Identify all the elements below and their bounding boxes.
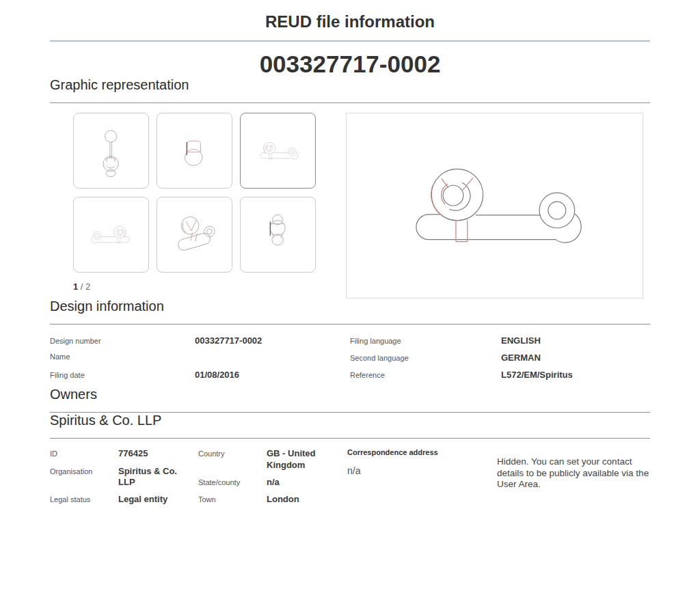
design-back-view-icon: [245, 202, 310, 267]
field-row-state-county: State/county n/a: [198, 477, 347, 488]
design-side-view-icon: [245, 118, 310, 183]
field-row-legal-status: Legal status Legal entity: [50, 494, 198, 505]
field-row-town: Town London: [198, 494, 347, 505]
thumbnail-pagination: 1 / 2: [73, 281, 316, 292]
field-label: Filing language: [350, 337, 501, 345]
owner-details-panel: ID 776425 Organisation Spiritus & Co. LL…: [50, 448, 650, 511]
accent-divider: [50, 40, 650, 42]
design-number-heading: 003327717-0002: [50, 51, 650, 78]
field-row-organisation: Organisation Spiritus & Co. LLP: [50, 466, 198, 488]
section-heading-design-information: Design information: [50, 299, 650, 314]
field-label: Name: [50, 353, 195, 361]
section-divider: [50, 324, 650, 325]
field-value: 003327717-0002: [195, 335, 262, 346]
thumbnail-view-5[interactable]: [157, 197, 232, 273]
field-value: London: [267, 494, 343, 505]
field-value: 776425: [118, 448, 195, 459]
thumbnail-view-4[interactable]: [73, 197, 149, 273]
page-title: REUD file information: [50, 12, 650, 32]
design-info-left-column: Design number 003327717-0002 Name Filing…: [50, 335, 350, 387]
field-label: Legal status: [50, 495, 118, 504]
design-information-fields: Design number 003327717-0002 Name Filing…: [50, 335, 650, 387]
field-value: L572/EM/Spiritus: [501, 370, 573, 380]
pagination-total-pages: / 2: [81, 281, 90, 292]
design-preview-panel: [346, 113, 643, 299]
thumbnail-view-1[interactable]: [73, 113, 149, 189]
owner-column-correspondence: Correspondence address n/a: [347, 448, 497, 511]
section-heading-owners: Owners: [50, 387, 650, 402]
field-value: GERMAN: [501, 353, 541, 363]
field-row-design-number: Design number 003327717-0002: [50, 335, 350, 353]
design-top-view-icon: [162, 118, 227, 183]
field-label: Town: [198, 495, 267, 504]
field-row-second-language: Second language GERMAN: [350, 353, 650, 370]
correspondence-address-label: Correspondence address: [347, 448, 483, 456]
field-row-country: Country GB - United Kingdom: [198, 448, 347, 471]
thumbnail-view-2[interactable]: [157, 113, 232, 189]
owner-column-identity: ID 776425 Organisation Spiritus & Co. LL…: [50, 448, 198, 511]
correspondence-address-value: n/a: [347, 465, 483, 476]
owner-name-heading: Spiritus & Co. LLP: [50, 413, 650, 428]
owner-column-location: Country GB - United Kingdom State/county…: [198, 448, 347, 511]
field-row-id: ID 776425: [50, 448, 198, 459]
field-label: Filing date: [50, 371, 195, 379]
field-row-filing-date: Filing date 01/08/2016: [50, 370, 350, 387]
graphic-representation-panel: 1 / 2: [50, 113, 650, 299]
field-value: GB - United Kingdom: [267, 448, 343, 471]
thumbnail-view-3-selected[interactable]: [240, 113, 316, 189]
field-value: Legal entity: [118, 494, 195, 505]
section-divider: [50, 438, 650, 439]
section-heading-graphic-representation: Graphic representation: [50, 77, 650, 93]
field-row-name: Name: [50, 353, 350, 370]
design-front-view-icon: [79, 118, 144, 183]
field-row-reference: Reference L572/EM/Spiritus: [350, 370, 650, 387]
field-value: n/a: [267, 477, 343, 488]
field-value: Spiritus & Co. LLP: [118, 466, 195, 488]
field-label: State/county: [198, 478, 267, 486]
design-side-view-mirrored-icon: [79, 202, 144, 267]
reud-file-page: REUD file information 003327717-0002 Gra…: [0, 0, 700, 511]
field-label: Reference: [350, 371, 501, 379]
field-row-filing-language: Filing language ENGLISH: [350, 335, 650, 353]
design-perspective-view-icon: [162, 202, 227, 267]
pagination-current-page: 1: [73, 281, 78, 292]
field-value: 01/08/2016: [195, 370, 239, 380]
field-label: Organisation: [50, 467, 118, 475]
design-info-right-column: Filing language ENGLISH Second language …: [350, 335, 650, 387]
contact-hidden-notice: Hidden. You can set your contact details…: [497, 456, 650, 491]
field-label: Second language: [350, 354, 501, 362]
field-value: ENGLISH: [501, 335, 541, 346]
field-label: Design number: [50, 337, 195, 345]
field-label: ID: [50, 450, 118, 458]
field-label: Country: [198, 450, 267, 458]
thumbnail-grid: [73, 113, 316, 273]
thumbnail-view-6[interactable]: [240, 197, 316, 273]
owner-column-hidden-notice: Hidden. You can set your contact details…: [497, 448, 650, 511]
thumbnail-column: 1 / 2: [73, 113, 316, 299]
section-divider: [50, 102, 650, 103]
design-side-view-drawing: [347, 113, 643, 298]
